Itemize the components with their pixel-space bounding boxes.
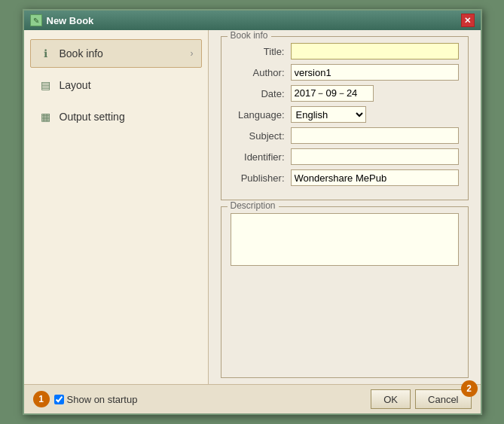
bottom-bar: 1 Show on startup 2 OK Cancel: [24, 384, 481, 413]
author-label: Author:: [231, 67, 291, 78]
checkbox-area: 1 Show on startup: [33, 391, 138, 407]
content-area: ℹ Book info › ▤ Layout ▦ Output setting …: [24, 30, 481, 384]
description-legend: Description: [228, 200, 279, 211]
sidebar-output-label: Output setting: [60, 111, 194, 123]
close-button[interactable]: ✕: [461, 14, 475, 27]
subject-row: Subject:: [231, 127, 459, 144]
layout-icon: ▤: [38, 78, 53, 93]
author-row: Author:: [231, 64, 459, 81]
author-input[interactable]: [291, 64, 459, 81]
book-info-legend: Book info: [228, 30, 271, 41]
identifier-row: Identifier:: [231, 148, 459, 165]
title-row: Title:: [231, 43, 459, 59]
date-input[interactable]: [291, 85, 374, 102]
main-panel: Book info Title: Author: Date: Language:: [209, 30, 481, 384]
sidebar-book-info-label: Book info: [60, 47, 185, 59]
arrow-icon: ›: [191, 48, 194, 59]
app-icon: ✎: [30, 14, 42, 26]
titlebar-left: ✎ New Book: [30, 14, 94, 26]
show-on-startup-label[interactable]: Show on startup: [54, 394, 138, 405]
sidebar-item-book-info[interactable]: ℹ Book info ›: [30, 39, 202, 68]
show-on-startup-checkbox[interactable]: [54, 395, 64, 404]
titlebar: ✎ New Book ✕: [24, 11, 481, 30]
button-area: 2 OK Cancel: [371, 389, 471, 409]
date-row: Date:: [231, 85, 459, 102]
show-on-startup-text: Show on startup: [67, 394, 138, 405]
publisher-input[interactable]: [291, 169, 459, 186]
subject-input[interactable]: [291, 127, 459, 144]
title-label: Title:: [231, 46, 291, 57]
description-group: Description: [221, 206, 469, 378]
main-window: ✎ New Book ✕ ℹ Book info › ▤ Layout ▦ Ou…: [23, 9, 482, 415]
info-icon: ℹ: [38, 46, 53, 61]
book-info-group: Book info Title: Author: Date: Language:: [221, 36, 469, 200]
sidebar-layout-label: Layout: [60, 79, 194, 91]
publisher-row: Publisher:: [231, 169, 459, 186]
step-badge-1: 1: [33, 391, 50, 407]
ok-button[interactable]: OK: [371, 389, 411, 409]
sidebar: ℹ Book info › ▤ Layout ▦ Output setting: [24, 30, 209, 384]
identifier-label: Identifier:: [231, 151, 291, 163]
publisher-label: Publisher:: [231, 172, 291, 184]
identifier-input[interactable]: [291, 148, 459, 165]
window-title: New Book: [47, 15, 94, 26]
date-label: Date:: [231, 88, 291, 99]
step-badge-2: 2: [461, 380, 478, 397]
description-textarea[interactable]: [231, 213, 459, 266]
subject-label: Subject:: [231, 130, 291, 142]
language-row: Language: English French German Spanish …: [231, 106, 459, 123]
sidebar-item-output-setting[interactable]: ▦ Output setting: [30, 102, 202, 131]
sidebar-item-layout[interactable]: ▤ Layout: [30, 71, 202, 99]
language-select[interactable]: English French German Spanish Chinese Ja…: [291, 106, 366, 123]
output-icon: ▦: [38, 109, 53, 124]
title-input[interactable]: [291, 43, 459, 59]
language-label: Language:: [231, 109, 291, 120]
